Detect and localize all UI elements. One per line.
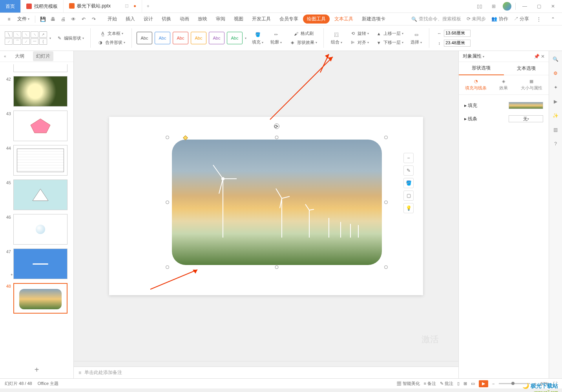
menu-tab-insert[interactable]: 插入 xyxy=(122,13,139,25)
fit-screen[interactable]: ⛶ xyxy=(553,381,557,386)
maximize-button[interactable]: ▢ xyxy=(534,1,544,11)
menu-tab-member[interactable]: 会员专享 xyxy=(276,13,302,25)
strip-template-icon[interactable]: ▥ xyxy=(551,125,560,134)
smart-beautify[interactable]: ▦ 智能美化 xyxy=(397,381,420,387)
notes-placeholder[interactable]: 单击此处添加备注 xyxy=(84,369,122,376)
style-6[interactable]: Abc xyxy=(227,32,243,44)
handle-s[interactable] xyxy=(275,265,279,269)
thumb-46[interactable] xyxy=(13,214,68,245)
height-input[interactable] xyxy=(444,40,471,47)
handle-n[interactable] xyxy=(275,136,279,139)
file-menu[interactable]: 文件▾ xyxy=(15,16,32,22)
share-button[interactable]: ↗ 分享 xyxy=(514,16,529,22)
menu-tab-view[interactable]: 视图 xyxy=(230,13,247,25)
subtab-fill[interactable]: ◔填充与线条 xyxy=(465,79,487,91)
select-btn[interactable]: ▭选择 ▾ xyxy=(408,31,424,46)
strip-props-icon[interactable]: ⚙ xyxy=(551,69,560,78)
fill-swatch[interactable] xyxy=(509,102,543,109)
outline-btn[interactable]: ✏轮廓 ▾ xyxy=(268,31,284,46)
menu-tab-devtools[interactable]: 开发工具 xyxy=(248,13,275,25)
handle-nw[interactable] xyxy=(166,136,169,139)
view-sorter[interactable]: ⊞ xyxy=(463,381,467,386)
collapse-panel[interactable]: « xyxy=(4,54,6,58)
width-input[interactable] xyxy=(444,30,471,37)
notes-bar[interactable]: ≡ 单击此处添加备注 xyxy=(74,367,458,378)
merge-shape-btn[interactable]: ◑合并形状▾ xyxy=(95,38,127,47)
handle-w[interactable] xyxy=(166,201,169,204)
shape-styles[interactable]: Abc Abc Abc Abc Abc Abc ▾ xyxy=(137,32,246,44)
rotate-handle[interactable]: ⟳ xyxy=(274,123,279,129)
prop-fill-row[interactable]: ▸ 填充 xyxy=(464,99,543,112)
strip-help-icon[interactable]: ? xyxy=(551,140,560,148)
redo-icon[interactable]: ↷ xyxy=(89,15,98,24)
avatar[interactable] xyxy=(503,2,511,11)
thumb-48[interactable] xyxy=(13,283,68,314)
line-value[interactable]: 无 ▾ xyxy=(509,115,543,122)
qt-zoom-out[interactable]: − xyxy=(403,153,414,163)
zoom-value[interactable]: 67% xyxy=(540,381,549,386)
tab-add[interactable]: + xyxy=(142,0,154,13)
style-5[interactable]: Abc xyxy=(209,32,224,44)
view-reading[interactable]: ▭ xyxy=(471,381,475,386)
thumb-42[interactable] xyxy=(13,76,68,107)
tab-home[interactable]: 首页 xyxy=(0,0,21,13)
tab-template[interactable]: 找稻壳模板 xyxy=(21,0,64,13)
shape-gallery[interactable]: ╲⟍⟍⟍↗ ⟋⌒⟋〰{ xyxy=(5,31,47,45)
thumb-44[interactable] xyxy=(13,145,68,176)
style-more[interactable]: ▾ xyxy=(245,36,246,40)
shape-effect-btn[interactable]: ◈形状效果▾ xyxy=(287,38,319,47)
layout-icon[interactable]: ▯▯ xyxy=(474,1,485,11)
close-button[interactable]: ✕ xyxy=(548,1,558,11)
view-normal[interactable]: ▯ xyxy=(457,381,460,386)
unsync-label[interactable]: ⟳ 未同步 xyxy=(467,16,486,22)
rotate-btn[interactable]: ⟲旋转▾ xyxy=(348,29,370,38)
menu-tab-newtab[interactable]: 新建选项卡 xyxy=(358,13,389,25)
fill-btn[interactable]: 🪣填充 ▾ xyxy=(250,31,266,46)
move-up-btn[interactable]: ▲上移一层▾ xyxy=(374,29,405,38)
menu-tab-review[interactable]: 审阅 xyxy=(212,13,229,25)
zoom-out[interactable]: − xyxy=(492,381,494,386)
style-1[interactable]: Abc xyxy=(137,32,152,44)
scroll-h[interactable] xyxy=(74,361,458,367)
qt-bulb[interactable]: 💡 xyxy=(403,203,414,213)
print-icon[interactable]: 🖨 xyxy=(59,15,68,24)
textbox-btn[interactable]: A̲文本框▾ xyxy=(98,29,125,38)
slide-canvas[interactable]: ⟳ − ✎ 🪣 ▢ 💡 xyxy=(109,117,423,295)
outline-tab[interactable]: 大纲 xyxy=(12,51,27,61)
zoom-slider[interactable] xyxy=(499,383,530,384)
qt-bucket[interactable]: 🪣 xyxy=(403,178,414,188)
menu-icon[interactable]: ≡ xyxy=(5,15,13,24)
menu-tab-start[interactable]: 开始 xyxy=(104,13,121,25)
props-close[interactable]: ✕ xyxy=(541,54,545,59)
menu-tab-slideshow[interactable]: 放映 xyxy=(194,13,211,25)
style-3[interactable]: Abc xyxy=(173,32,188,44)
move-down-btn[interactable]: ▼下移一层▾ xyxy=(374,38,405,47)
preview-icon[interactable]: 👁 xyxy=(69,15,78,24)
menu-tab-animation[interactable]: 动画 xyxy=(176,13,193,25)
add-slide-btn[interactable]: + xyxy=(0,361,73,378)
thumb-45[interactable] xyxy=(13,180,68,210)
tab-document[interactable]: 极光下载站.pptx ⊡ ● xyxy=(64,0,142,13)
minimize-button[interactable]: — xyxy=(520,1,530,11)
qt-rect[interactable]: ▢ xyxy=(403,191,414,201)
thumb-47[interactable] xyxy=(13,249,68,279)
notes-toggle[interactable]: ≡ 备注 xyxy=(424,381,436,387)
comments-toggle[interactable]: ✎ 批注 xyxy=(440,381,453,387)
strip-inspect-icon[interactable]: 🔍 xyxy=(551,55,560,64)
format-painter-btn[interactable]: 🖌格式刷 xyxy=(291,29,315,38)
coop-button[interactable]: 👥 协作 xyxy=(491,16,508,22)
play-button[interactable]: ▶ xyxy=(479,380,488,387)
adjustment-handle[interactable] xyxy=(183,135,188,140)
style-4[interactable]: Abc xyxy=(191,32,206,44)
undo-icon[interactable]: ↶ xyxy=(79,15,88,24)
align-btn[interactable]: ⊫对齐▾ xyxy=(348,38,370,47)
zoom-in[interactable]: + xyxy=(534,381,536,386)
thumb-43[interactable] xyxy=(13,111,68,141)
subtab-size[interactable]: ▦大小与属性 xyxy=(521,79,542,91)
slides-tab[interactable]: 幻灯片 xyxy=(33,51,53,61)
props-tab-shape[interactable]: 形状选项 xyxy=(459,62,504,75)
menu-tab-texttools[interactable]: 文本工具 xyxy=(330,13,357,25)
props-tab-text[interactable]: 文本选项 xyxy=(504,62,549,75)
qt-pen[interactable]: ✎ xyxy=(403,165,414,176)
prop-line-row[interactable]: ▸ 线条 无 ▾ xyxy=(464,112,543,125)
